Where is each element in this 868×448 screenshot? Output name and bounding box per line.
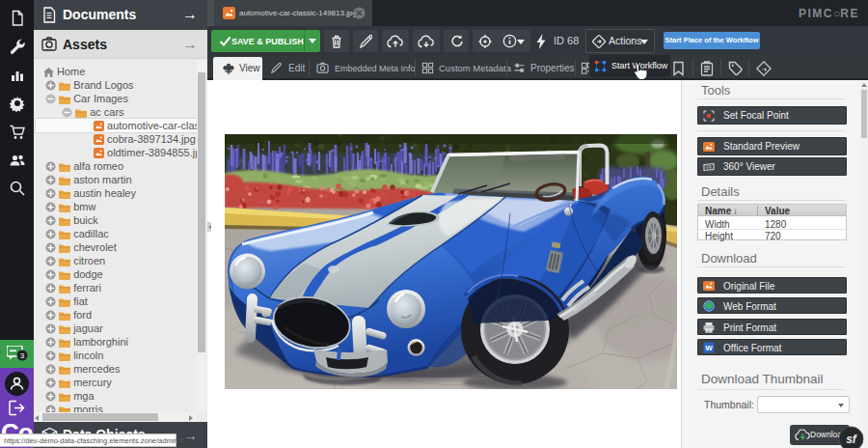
svg-text:VR: VR	[706, 165, 713, 170]
svg-text:3: 3	[20, 351, 25, 360]
svg-text:W: W	[705, 344, 713, 352]
svg-text:sf: sf	[846, 433, 857, 446]
